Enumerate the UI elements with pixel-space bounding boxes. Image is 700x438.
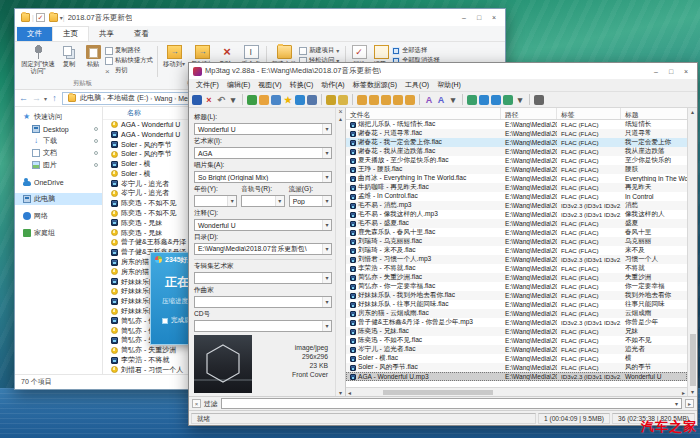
- field-流派(G):[interactable]: Pop▾: [289, 195, 332, 207]
- file-row[interactable]: 牛奶咖啡 - 再见昨天.flacE:\Wang\Media\2018...FLA…: [346, 183, 687, 192]
- file-row[interactable]: 陈奕迅 - 兄妹.flacE:\Wang\Media\2018...FLAC (…: [346, 327, 687, 336]
- web-source-musicbrainz-icon[interactable]: [491, 95, 501, 105]
- sidebar-item-此电脑[interactable]: 此电脑: [15, 193, 102, 205]
- mp3tag-minimize-button[interactable]: –: [649, 66, 663, 77]
- actions-dropdown-arrow[interactable]: ▾: [448, 95, 458, 105]
- breadcrumb-segment[interactable]: 本地磁盘 (E:): [107, 93, 148, 103]
- tag-panel-close-icon[interactable]: ×: [338, 108, 342, 115]
- sidebar-item-文档[interactable]: 文档: [15, 147, 102, 159]
- file-row[interactable]: 刘瑞琦 - 乌克丽丽.flacE:\Wang\Media\2018...FLAC…: [346, 237, 687, 246]
- tag-sources-icon[interactable]: [467, 95, 477, 105]
- menu-item-编辑(E)[interactable]: 编辑(E): [223, 80, 254, 90]
- options-icon[interactable]: [534, 95, 544, 105]
- undo-icon[interactable]: ↶: [216, 95, 226, 105]
- tab-文件[interactable]: 文件: [17, 27, 52, 41]
- file-row[interactable]: 谢春花 - 我从崖边跌落.flacE:\Wang\Media\2018...FL…: [346, 147, 687, 156]
- undo-dropdown-arrow[interactable]: ▾: [228, 95, 238, 105]
- filter-input[interactable]: ▾: [221, 398, 682, 409]
- scroll-down-icon[interactable]: ▾: [691, 388, 694, 395]
- scroll-up-icon[interactable]: ▴: [339, 115, 342, 122]
- tag-paste-icon[interactable]: [369, 95, 379, 105]
- scroll-left-icon[interactable]: ◂: [346, 389, 353, 396]
- explorer-minimize-button[interactable]: –: [457, 12, 471, 23]
- sidebar-item-快速访问[interactable]: ★快速访问: [15, 111, 102, 123]
- pin-to-quick-access-button[interactable]: 固定到"快速访问": [19, 44, 57, 74]
- dropdown-arrow[interactable]: ▾: [322, 244, 331, 254]
- file-row[interactable]: 夏天播放 - 至少你是快乐的.flacE:\Wang\Media\2018...…: [346, 156, 687, 165]
- explorer-close-button[interactable]: ×: [487, 12, 501, 23]
- dropdown-arrow[interactable]: ▾: [227, 196, 236, 206]
- column-header-标题[interactable]: 标题: [621, 108, 687, 119]
- file-row[interactable]: Soler - 横.flacE:\Wang\Media\2018...FLAC …: [346, 354, 687, 363]
- file-row[interactable]: AGA - Wonderful U.mp3E:\Wang\Media\2018.…: [346, 372, 687, 381]
- filter-dropdown-arrow[interactable]: ▾: [672, 399, 681, 408]
- vertical-scroll-thumb[interactable]: [690, 334, 696, 386]
- field-专辑集艺术家[interactable]: ▾: [194, 272, 332, 284]
- file-row[interactable]: 毛不易 - 像我这样的人.mp3E:\Wang\Media\2018...ID3…: [346, 210, 687, 219]
- menu-item-帮助(H)[interactable]: 帮助(H): [433, 80, 465, 90]
- file-row[interactable]: 简弘亦 - 你一定要幸福.flacE:\Wang\Media\2018...FL…: [346, 282, 687, 291]
- new-item-button[interactable]: 新建项目▾: [299, 46, 343, 55]
- file-row[interactable]: 好妹妹乐队 - 我到外地去看你.flacE:\Wang\Media\2018..…: [346, 291, 687, 300]
- tag-undo-icon[interactable]: [405, 95, 415, 105]
- file-row[interactable]: 岑宁儿 - 追光者.flacE:\Wang\Media\2018...FLAC …: [346, 345, 687, 354]
- actions-icon[interactable]: A: [424, 95, 434, 105]
- field-目录(D):[interactable]: E:\Wang\Media\2018.07音乐更新包\▾: [194, 243, 332, 255]
- explorer-maximize-button[interactable]: □: [472, 12, 486, 23]
- scroll-down-icon[interactable]: ▾: [339, 389, 342, 396]
- file-row[interactable]: 烟把儿乐队 - 纸短情长.flacE:\Wang\Media\2018...FL…: [346, 120, 687, 129]
- file-row[interactable]: 房东的猫 - 云烟成雨.flacE:\Wang\Media\2018...FLA…: [346, 309, 687, 318]
- dropdown-arrow[interactable]: ▾: [275, 196, 284, 206]
- column-header-路径[interactable]: 路径: [501, 108, 557, 119]
- tab-主页[interactable]: 主页: [52, 26, 89, 41]
- sidebar-item-图片[interactable]: 图片: [15, 159, 102, 171]
- dropdown-arrow[interactable]: ▾: [322, 321, 331, 331]
- field-年份(Y):[interactable]: ▾: [194, 195, 237, 207]
- breadcrumb-segment[interactable]: 此电脑: [80, 93, 101, 103]
- album-art[interactable]: [194, 335, 252, 393]
- copy-path-button[interactable]: 复制路径: [105, 46, 155, 55]
- scroll-up-icon[interactable]: ▴: [691, 108, 694, 115]
- web-source-discogs-icon[interactable]: [479, 95, 489, 105]
- vertical-scrollbar[interactable]: ▴ ▾: [687, 108, 697, 396]
- menu-item-文件(F)[interactable]: 文件(F): [192, 80, 223, 90]
- qat-new-folder-icon[interactable]: [49, 13, 58, 22]
- web-dropdown-arrow[interactable]: ▾: [515, 95, 525, 105]
- history-dropdown-arrow[interactable]: ▾: [44, 95, 47, 102]
- change-directory-icon[interactable]: [247, 95, 257, 105]
- mp3tag-maximize-button[interactable]: □: [664, 66, 678, 77]
- dropdown-arrow[interactable]: ▾: [322, 196, 331, 206]
- dropdown-arrow[interactable]: ▾: [322, 124, 331, 134]
- menu-item-工具(O)[interactable]: 工具(O): [401, 80, 433, 90]
- dropdown-arrow[interactable]: ▾: [322, 172, 331, 182]
- checkbox-icon[interactable]: [162, 318, 168, 324]
- file-row[interactable]: 好妹妹乐队 - 往事只能回味.flacE:\Wang\Media\2018...…: [346, 300, 687, 309]
- dropdown-arrow[interactable]: ▾: [322, 148, 331, 158]
- sidebar-item-网络[interactable]: 网络: [15, 210, 102, 222]
- web-source-freedb-icon[interactable]: [503, 95, 513, 105]
- file-row[interactable]: 曲肖冰 - Everything In The World.flacE:\Wan…: [346, 174, 687, 183]
- remove-tag-icon[interactable]: ×: [204, 95, 214, 105]
- menu-item-动作(A)[interactable]: 动作(A): [317, 80, 348, 90]
- playlist-icon[interactable]: [271, 95, 281, 105]
- tag-remove-icon[interactable]: [393, 95, 403, 105]
- open-folder-icon[interactable]: [259, 95, 269, 105]
- sidebar-item-家庭组[interactable]: 家庭组: [15, 227, 102, 239]
- back-button[interactable]: ←: [18, 93, 29, 103]
- field-唱片集(A):[interactable]: So Bright (Original Mix)▾: [194, 171, 332, 183]
- file-row[interactable]: 李荣浩 - 不将就.flacE:\Wang\Media\2018...FLAC …: [346, 264, 687, 273]
- filter-close-icon[interactable]: ×: [192, 399, 201, 408]
- dropdown-arrow[interactable]: ▾: [322, 220, 331, 230]
- field-标题(L):[interactable]: Wonderful U▾: [194, 123, 332, 135]
- column-header-文件名[interactable]: 文件名: [346, 108, 501, 119]
- cut-button[interactable]: 剪切: [105, 66, 155, 75]
- tag-cut-icon[interactable]: [381, 95, 391, 105]
- filter-expand-icon[interactable]: ▸: [685, 399, 694, 408]
- tag-copy-icon[interactable]: [357, 95, 367, 105]
- horizontal-scrollbar[interactable]: ◂ ▸: [346, 387, 687, 396]
- menu-item-转换(C)[interactable]: 转换(C): [286, 80, 318, 90]
- file-row[interactable]: 谢春花 - 只道寻常.flacE:\Wang\Media\2018...FLAC…: [346, 129, 687, 138]
- column-header-标签[interactable]: 标签: [557, 108, 621, 119]
- tag-panel-scrollbar[interactable]: × ▴ ▾: [335, 108, 345, 396]
- field-CD号[interactable]: ▾: [194, 320, 332, 332]
